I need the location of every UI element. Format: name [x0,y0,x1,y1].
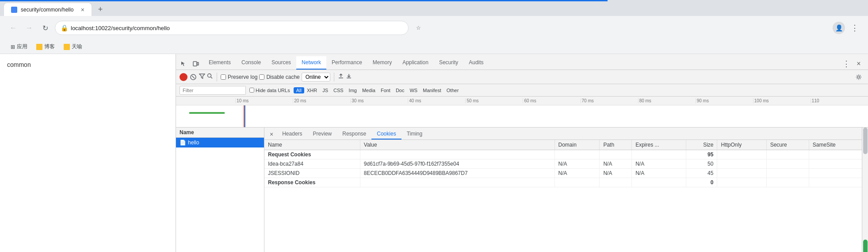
browser-tab[interactable]: security/common/hello × [4,3,92,16]
filter-bar: Hide data URLs All XHR JS CSS Img Media … [176,84,868,97]
cookie-row-2[interactable]: JSESSIONID 8ECECB0DDFA6354449D9489BBA986… [264,169,862,178]
col-httponly[interactable]: HttpOnly [717,140,766,150]
col-size[interactable]: Size [686,140,717,150]
detail-tab-headers[interactable]: Headers [277,129,307,140]
cookie-row-1[interactable]: Idea-bca27a84 9d61cf7a-9b69-45d5-97f0-f1… [264,159,862,169]
ruler-tick-9: 90 ms [696,98,753,103]
tab-performance[interactable]: Performance [326,56,367,70]
search-button[interactable] [207,73,213,81]
col-secure[interactable]: Secure [766,140,809,150]
resp-expires [632,178,686,187]
cookie1-name: Idea-bca27a84 [264,159,360,169]
refresh-button[interactable]: ↻ [39,22,51,34]
cookie2-domain: N/A [554,169,600,178]
detail-tab-timing[interactable]: Timing [401,129,428,140]
type-manifest-button[interactable]: Manifest [420,87,444,93]
ruler-tick-11: 110 [811,98,868,103]
disable-cache-checkbox[interactable]: Disable cache [259,74,299,80]
bookmark-tianyu[interactable]: 天喻 [60,41,86,52]
ruler-tick-1: 10 ms [235,98,293,103]
preserve-log-checkbox[interactable]: Preserve log [221,74,257,80]
type-js-button[interactable]: JS [320,87,331,93]
rc-path [600,150,632,159]
response-cookies-header-row: Response Cookies 0 [264,178,862,187]
throttle-select[interactable]: Online [302,73,330,81]
bookmark-apps[interactable]: ⊞ 应用 [7,41,31,52]
clear-button[interactable] [189,73,197,81]
type-all-button[interactable]: All [294,87,304,93]
network-row-hello[interactable]: 📄 hello [176,138,264,147]
svg-line-3 [192,76,195,78]
col-path[interactable]: Path [600,140,632,150]
tab-console[interactable]: Console [236,56,266,70]
browser-menu-button[interactable]: ⋮ [849,22,861,34]
tab-sources[interactable]: Sources [266,56,296,70]
type-xhr-button[interactable]: XHR [304,87,320,93]
tab-memory[interactable]: Memory [367,56,397,70]
bookmark-blog[interactable]: 博客 [33,41,58,52]
col-expires[interactable]: Expires ... [632,140,686,150]
back-button[interactable]: ← [7,22,19,34]
timeline-ruler: 10 ms 20 ms 30 ms 40 ms 50 ms 60 ms 70 m… [176,97,868,105]
type-doc-button[interactable]: Doc [393,87,407,93]
devtools-cursor-button[interactable] [178,58,189,70]
download-icon [346,73,352,79]
cookie2-value: 8ECECB0DDFA6354449D9489BBA9867D7 [360,169,554,178]
tab-audits[interactable]: Audits [463,56,489,70]
scrollbar-track[interactable] [862,128,868,252]
devtools-device-button[interactable] [190,58,202,70]
bookmarks-bar: ⊞ 应用 博客 天喻 [0,40,868,54]
col-name[interactable]: Name [264,140,360,150]
name-column-header[interactable]: Name [176,128,264,138]
detail-tab-preview[interactable]: Preview [308,129,337,140]
url-bar[interactable]: 🔒 localhost:10022/security/common/hello [55,21,409,35]
type-ws-button[interactable]: WS [407,87,420,93]
rc-expires [632,150,686,159]
tab-application[interactable]: Application [397,56,434,70]
scrollbar-thumb-bottom[interactable] [863,240,868,252]
tab-close-button[interactable]: × [81,6,84,13]
bookmark-button[interactable]: ☆ [412,22,424,34]
folder-icon-1 [36,44,42,50]
tab-elements[interactable]: Elements [203,56,236,70]
resp-path [600,178,632,187]
record-button[interactable] [180,73,187,81]
preserve-log-input[interactable] [221,74,226,80]
profile-button[interactable]: 👤 [833,22,845,34]
type-other-button[interactable]: Other [444,87,462,93]
detail-tab-cookies[interactable]: Cookies [371,129,401,140]
col-samesite[interactable]: SameSite [809,140,862,150]
type-font-button[interactable]: Font [378,87,393,93]
scrollbar-thumb-top[interactable] [863,128,868,154]
ruler-tick-4: 40 ms [408,98,465,103]
type-media-button[interactable]: Media [359,87,378,93]
type-img-button[interactable]: Img [346,87,359,93]
scrollbar[interactable] [862,128,868,252]
device-icon [193,61,199,67]
filter-input[interactable] [180,86,246,95]
tab-network[interactable]: Network [296,56,326,70]
cookie2-httponly [717,169,766,178]
tab-security[interactable]: Security [434,56,463,70]
devtools-right-controls: ⋮ × [841,58,866,70]
ruler-tick-7: 70 ms [581,98,638,103]
col-value[interactable]: Value [360,140,554,150]
disable-cache-input[interactable] [259,74,264,80]
type-css-button[interactable]: CSS [331,87,346,93]
export-button[interactable] [346,73,352,81]
devtools-close-button[interactable]: × [853,58,864,70]
import-button[interactable] [338,73,344,81]
cookie2-size: 45 [686,169,717,178]
devtools-more-button[interactable]: ⋮ [841,58,852,70]
hide-data-urls-checkbox[interactable]: Hide data URLs [249,88,290,93]
detail-tab-response[interactable]: Response [337,129,371,140]
cookie1-expires: N/A [632,159,686,169]
detail-close-button[interactable]: × [266,129,277,140]
forward-button[interactable]: → [23,22,35,34]
settings-button[interactable] [853,71,864,83]
filter-button[interactable] [199,73,205,81]
cookie1-path: N/A [600,159,632,169]
hide-data-input[interactable] [249,88,254,93]
new-tab-button[interactable]: + [94,3,107,16]
col-domain[interactable]: Domain [554,140,600,150]
